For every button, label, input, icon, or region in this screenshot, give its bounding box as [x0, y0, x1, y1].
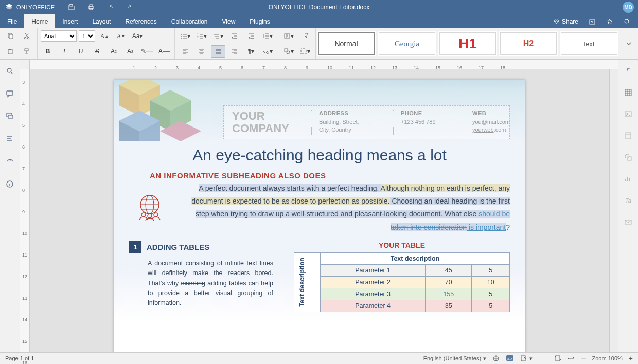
zoom-out-button[interactable]: −	[581, 354, 586, 363]
change-case-button[interactable]: Aa▾	[130, 30, 145, 42]
increase-font-button[interactable]: A▲	[97, 30, 112, 42]
paragraph-settings-button[interactable]: ¶	[622, 65, 634, 77]
superscript-button[interactable]: A2	[107, 45, 121, 58]
increase-indent-button[interactable]	[244, 30, 258, 42]
feedback-button[interactable]	[4, 155, 16, 168]
language-select[interactable]: English (United States) ▾	[423, 355, 487, 362]
tab-layout[interactable]: Layout	[85, 14, 118, 28]
trackchanges-button[interactable]: ▾	[520, 355, 533, 362]
mailmerge-button[interactable]	[622, 216, 634, 228]
open-location-icon	[589, 18, 596, 25]
align-right-button[interactable]	[227, 45, 242, 58]
insert-field-button[interactable]: ▾	[281, 30, 296, 42]
format-painter-icon	[23, 48, 30, 55]
undo-button[interactable]	[101, 0, 120, 14]
about-button[interactable]	[4, 178, 16, 190]
decrease-font-button[interactable]: A▼	[114, 30, 128, 42]
tab-references[interactable]: References	[118, 14, 164, 28]
underline-button[interactable]: U	[74, 45, 88, 58]
style-expand-button[interactable]	[619, 28, 638, 59]
comments-button[interactable]	[4, 87, 16, 100]
star-icon	[606, 18, 613, 25]
svg-text:2: 2	[197, 35, 199, 39]
paste-button[interactable]	[3, 45, 17, 58]
svg-rect-58	[556, 356, 560, 361]
save-button[interactable]	[62, 0, 81, 14]
number-list-button[interactable]: 12▾	[194, 30, 209, 42]
doc-heading-2: AN INFORMATIVE SUBHEADING ALSO DOES	[150, 171, 510, 180]
tab-plugins[interactable]: Plugins	[242, 14, 277, 28]
svg-marker-1	[6, 6, 12, 9]
insert-shape-button[interactable]: ▾	[281, 45, 296, 58]
share-button[interactable]: Share	[548, 18, 582, 25]
italic-button[interactable]: I	[57, 45, 72, 58]
fit-page-button[interactable]	[554, 355, 561, 362]
select-all-button[interactable]: ▾	[298, 45, 312, 58]
redo-button[interactable]	[120, 0, 140, 14]
open-location-button[interactable]	[584, 14, 600, 28]
page-area[interactable]: YOUR COMPANY ADDRESS Building, Street, C…	[30, 69, 609, 352]
vertical-scrollbar[interactable]	[609, 69, 618, 352]
spellcheck-toggle[interactable]: ab	[506, 355, 514, 362]
favorite-button[interactable]	[602, 14, 617, 28]
highlight-color-button[interactable]: ✎	[139, 45, 155, 58]
doc-paragraph: A perfect document always starts with a …	[180, 182, 510, 234]
user-avatar[interactable]: MD	[623, 2, 634, 13]
shading-button[interactable]: ▾	[260, 45, 275, 58]
style-georgia[interactable]: Georgia	[378, 31, 436, 56]
header-footer-button[interactable]	[622, 130, 634, 142]
paragraph-mark-button[interactable]: ¶▾	[244, 45, 258, 58]
chat-button[interactable]	[4, 110, 16, 122]
para-seg4: is important	[467, 223, 506, 231]
shape-settings-button[interactable]	[622, 151, 634, 163]
textart-settings-button[interactable]: Ta	[622, 194, 634, 207]
zoom-label[interactable]: Zoom 100%	[592, 355, 623, 361]
style-text[interactable]: text	[560, 31, 618, 56]
spellcheck-button[interactable]	[492, 355, 500, 362]
svg-point-19	[181, 38, 182, 39]
title-bar: ONLYOFFICE ONLYOFFICE Document Editor.do…	[0, 0, 638, 14]
line-spacing-button[interactable]: ▾	[260, 30, 275, 42]
search-button[interactable]	[619, 14, 635, 28]
multilevel-list-button[interactable]: ▾	[211, 30, 225, 42]
style-h1[interactable]: H1	[438, 31, 497, 56]
onlyoffice-icon	[5, 3, 13, 11]
chart-settings-button[interactable]	[622, 173, 634, 185]
tab-collaboration[interactable]: Collaboration	[164, 14, 215, 28]
bold-button[interactable]: B	[41, 45, 55, 58]
vertical-ruler[interactable]: 345678910111213141516	[20, 69, 30, 352]
tab-view[interactable]: View	[215, 14, 243, 28]
tab-insert[interactable]: Insert	[55, 14, 85, 28]
horizontal-ruler[interactable]: 123456789101112131415161718	[20, 60, 618, 69]
font-name-select[interactable]: Arial	[41, 30, 77, 42]
page-indicator[interactable]: Page 1 of 1	[5, 355, 34, 361]
align-left-button[interactable]	[178, 45, 192, 58]
strikethrough-button[interactable]: S	[90, 45, 104, 58]
style-h2[interactable]: H2	[499, 31, 558, 56]
style-normal[interactable]: Normal	[317, 31, 376, 56]
tab-home[interactable]: Home	[24, 14, 55, 28]
align-center-button[interactable]	[194, 45, 209, 58]
copy-button[interactable]	[3, 30, 17, 42]
font-size-select[interactable]: 11	[79, 30, 95, 42]
zoom-in-button[interactable]: +	[629, 354, 633, 362]
font-color-button[interactable]: A	[157, 45, 171, 58]
subscript-button[interactable]: A2	[123, 45, 137, 58]
decrease-indent-button[interactable]	[227, 30, 242, 42]
table-rowhead: Text description	[298, 258, 306, 307]
cut-button[interactable]	[20, 30, 34, 42]
share-icon	[553, 18, 560, 25]
image-settings-button[interactable]	[622, 108, 634, 120]
find-button[interactable]	[4, 65, 16, 77]
globe-icon	[492, 355, 500, 362]
tab-file[interactable]: File	[0, 14, 24, 28]
align-justify-button[interactable]	[211, 45, 225, 58]
format-painter-button[interactable]	[20, 45, 34, 58]
table-settings-button[interactable]	[622, 86, 634, 99]
bullet-list-button[interactable]: ▾	[178, 30, 192, 42]
fit-width-button[interactable]	[568, 355, 575, 362]
app-logo[interactable]: ONLYOFFICE	[0, 0, 62, 14]
print-button[interactable]	[81, 0, 101, 14]
navigation-button[interactable]	[4, 133, 16, 145]
clear-style-button[interactable]	[298, 30, 312, 42]
